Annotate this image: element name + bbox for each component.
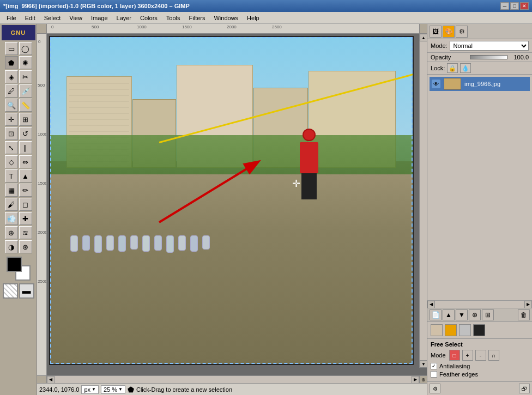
- blend-tool[interactable]: ▦: [5, 184, 18, 197]
- paintbrush-tool[interactable]: 🖌: [5, 198, 18, 211]
- canvas-viewport[interactable]: ✛: [47, 34, 427, 375]
- antialiasing-checkbox[interactable]: [431, 363, 437, 369]
- color-picker-tool[interactable]: 💉: [19, 84, 32, 98]
- opacity-slider[interactable]: [470, 55, 508, 59]
- mode-add-button[interactable]: +: [462, 350, 473, 361]
- panel-color-1[interactable]: [431, 324, 443, 336]
- panel-color-2[interactable]: [445, 324, 457, 336]
- menu-view[interactable]: View: [65, 12, 87, 23]
- menu-filters[interactable]: Filters: [185, 12, 210, 23]
- pencil-tool[interactable]: ✏: [19, 184, 32, 197]
- ruler-v-mark-0: 0: [38, 39, 40, 44]
- align-tool[interactable]: ⊞: [19, 113, 32, 126]
- ellipse-select-tool[interactable]: ◯: [19, 42, 32, 55]
- rotate-tool[interactable]: ↺: [19, 127, 32, 140]
- unit-selector[interactable]: px ▼: [81, 385, 99, 394]
- scissors-tool[interactable]: ✂: [19, 70, 32, 83]
- zoom-tool[interactable]: 🔍: [5, 99, 18, 112]
- close-button[interactable]: ✕: [520, 2, 529, 10]
- foreground-color-swatch[interactable]: [7, 257, 22, 272]
- lock-alpha-button[interactable]: 💧: [460, 63, 471, 73]
- panel-dock-button[interactable]: 🗗: [519, 384, 530, 393]
- lock-pixels-button[interactable]: 🔒: [447, 63, 458, 73]
- heal-tool[interactable]: ✚: [19, 212, 32, 225]
- smudge-tool[interactable]: ≋: [19, 226, 32, 239]
- menu-windows[interactable]: Windows: [209, 12, 243, 23]
- tool-row-1: ▭ ◯: [5, 42, 32, 55]
- panel-horizontal-scrollbar[interactable]: ◀ ▶: [427, 300, 532, 308]
- color-section: [7, 257, 31, 281]
- airbrush-tool[interactable]: 💨: [5, 212, 18, 225]
- feather-edges-checkbox[interactable]: [431, 371, 437, 378]
- menu-file[interactable]: File: [2, 12, 21, 23]
- extra-tool[interactable]: ⊛: [19, 240, 32, 253]
- dodge-burn-tool[interactable]: ◑: [5, 240, 18, 253]
- panel-settings-button[interactable]: ⚙: [430, 384, 440, 393]
- raise-layer-button[interactable]: ▲: [443, 309, 455, 320]
- panel-scroll-right[interactable]: ▶: [524, 301, 532, 308]
- minimize-button[interactable]: ─: [500, 2, 509, 10]
- bottle-4: [106, 235, 114, 251]
- scroll-right-button[interactable]: ▶: [412, 376, 419, 384]
- flip-tool[interactable]: ⇔: [19, 155, 32, 168]
- rect-select-tool[interactable]: ▭: [5, 42, 18, 55]
- zoom-selector[interactable]: 25 % ▼: [101, 385, 125, 394]
- maximize-button[interactable]: □: [510, 2, 519, 10]
- scroll-down-button[interactable]: ▼: [420, 360, 427, 368]
- scroll-left-button[interactable]: ◀: [47, 376, 55, 384]
- layer-item[interactable]: 👁 img_9966.jpg: [430, 77, 530, 91]
- shear-tool[interactable]: ∥: [19, 141, 32, 154]
- tool-row-4: 🖊 💉: [5, 84, 32, 98]
- menu-image[interactable]: Image: [87, 12, 112, 23]
- antialiasing-label: Antialiasing: [439, 363, 470, 369]
- ruler-mark-1000: 1000: [137, 25, 147, 29]
- move-tool[interactable]: ✛: [5, 113, 18, 126]
- gradient-swatch[interactable]: ▬: [19, 283, 34, 299]
- gimp-logo: GNU: [2, 25, 35, 40]
- menu-select[interactable]: Select: [40, 12, 65, 23]
- duplicate-layer-button[interactable]: ⊕: [469, 309, 481, 320]
- menu-colors[interactable]: Colors: [136, 12, 162, 23]
- pattern-swatch[interactable]: [3, 283, 18, 299]
- panel-color-3[interactable]: [459, 324, 471, 336]
- new-layer-button[interactable]: 📄: [430, 309, 442, 320]
- perspective-tool[interactable]: ◇: [5, 155, 18, 168]
- panel-scroll-left[interactable]: ◀: [427, 301, 435, 308]
- horizontal-scrollbar[interactable]: ◀ ▶: [47, 375, 419, 383]
- mode-select[interactable]: Normal Dissolve Multiply Screen: [450, 41, 529, 51]
- text-tool[interactable]: T: [5, 169, 18, 183]
- panel-icon-channels[interactable]: 🎨: [443, 26, 455, 38]
- zoom-dropdown-icon[interactable]: ▼: [118, 387, 123, 392]
- menu-layer[interactable]: Layer: [112, 12, 136, 23]
- crop-tool[interactable]: ⊡: [5, 127, 18, 140]
- panel-icon-paths[interactable]: ⚙: [456, 26, 468, 38]
- mode-subtract-button[interactable]: -: [475, 350, 486, 361]
- delete-layer-button[interactable]: 🗑: [518, 309, 530, 320]
- paths-tool[interactable]: 🖊: [5, 84, 18, 98]
- eraser-tool[interactable]: ◻: [19, 198, 32, 211]
- scroll-up-button[interactable]: ▲: [420, 34, 427, 41]
- measure-tool[interactable]: 📏: [19, 99, 32, 112]
- ruler-mark-2000: 2000: [227, 25, 237, 29]
- clone-tool[interactable]: ⊕: [5, 226, 18, 239]
- scale-tool[interactable]: ⤡: [5, 141, 18, 154]
- layer-visibility-toggle[interactable]: 👁: [432, 80, 440, 88]
- free-select-panel: Free Select Mode □ + - ∩ Antialiasing Fe…: [427, 338, 532, 381]
- panel-color-4[interactable]: [473, 324, 485, 336]
- bucket-fill-tool[interactable]: ▲: [19, 169, 32, 183]
- menu-help[interactable]: Help: [243, 12, 264, 23]
- panel-icon-layers[interactable]: 🖼: [430, 26, 442, 38]
- fuzzy-select-tool[interactable]: ✺: [19, 56, 32, 69]
- free-select-tool[interactable]: ⬟: [5, 56, 18, 69]
- canvas-corner-resize[interactable]: ⊕: [419, 375, 427, 383]
- mode-intersect-button[interactable]: ∩: [488, 350, 499, 361]
- vertical-scrollbar[interactable]: ▲ ▼: [419, 34, 427, 368]
- menu-edit[interactable]: Edit: [21, 12, 40, 23]
- unit-dropdown-icon[interactable]: ▼: [92, 387, 96, 392]
- lower-layer-button[interactable]: ▼: [456, 309, 468, 320]
- menu-tools[interactable]: Tools: [162, 12, 185, 23]
- zoom-value: 25 %: [104, 386, 117, 393]
- select-by-color-tool[interactable]: ◈: [5, 70, 18, 83]
- mode-replace-button[interactable]: □: [449, 350, 460, 361]
- merge-layer-button[interactable]: ⊞: [482, 309, 494, 320]
